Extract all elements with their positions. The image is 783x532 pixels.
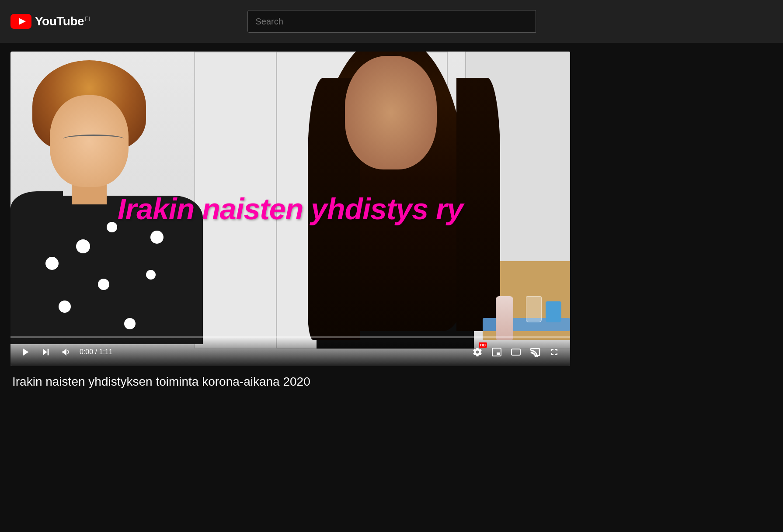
search-bar[interactable] bbox=[247, 10, 536, 33]
fullscreen-button[interactable] bbox=[547, 345, 561, 359]
logo-container[interactable]: YouTubeFI bbox=[10, 14, 90, 29]
settings-button[interactable]: HD bbox=[470, 345, 484, 359]
settings-icon bbox=[472, 347, 483, 357]
right-controls: HD bbox=[470, 345, 561, 359]
logo-text: YouTubeFI bbox=[35, 14, 90, 28]
theater-icon bbox=[511, 347, 521, 357]
svg-marker-2 bbox=[23, 349, 29, 356]
hd-badge-label: HD bbox=[479, 342, 487, 348]
play-icon bbox=[21, 347, 31, 357]
video-controls: 0:00 / 1:11 HD bbox=[10, 338, 570, 366]
theater-button[interactable] bbox=[509, 345, 523, 359]
next-icon bbox=[41, 347, 51, 357]
miniplayer-icon bbox=[491, 347, 502, 357]
video-overlay-text: Irakin naisten yhdistys ry bbox=[118, 192, 463, 226]
miniplayer-button[interactable] bbox=[490, 345, 504, 359]
next-button[interactable] bbox=[39, 345, 52, 359]
cast-icon bbox=[530, 347, 540, 357]
search-input[interactable] bbox=[256, 17, 528, 27]
bottle bbox=[496, 296, 513, 340]
svg-rect-8 bbox=[512, 349, 520, 355]
cup-blue bbox=[546, 301, 561, 322]
svg-rect-4 bbox=[48, 349, 49, 356]
video-frame: Irakin naisten yhdistys ry bbox=[10, 52, 570, 366]
video-player: Irakin naisten yhdistys ry bbox=[10, 52, 570, 366]
time-display: 0:00 / 1:11 bbox=[80, 348, 113, 356]
svg-marker-5 bbox=[63, 349, 66, 356]
main-content: Irakin naisten yhdistys ry bbox=[0, 43, 783, 389]
cast-button[interactable] bbox=[528, 345, 542, 359]
volume-icon bbox=[61, 347, 71, 357]
play-button[interactable] bbox=[19, 345, 32, 359]
header: YouTubeFI bbox=[0, 0, 783, 43]
video-title: Irakin naisten yhdistyksen toiminta koro… bbox=[10, 375, 773, 389]
shoulder-left bbox=[10, 191, 63, 226]
youtube-logo-icon bbox=[10, 14, 31, 29]
cup-glass bbox=[526, 296, 542, 322]
fullscreen-icon bbox=[549, 347, 560, 357]
progress-bar-container[interactable] bbox=[10, 336, 570, 338]
svg-marker-3 bbox=[43, 349, 47, 356]
svg-rect-7 bbox=[497, 352, 500, 355]
glasses-left bbox=[63, 135, 124, 143]
face-right bbox=[345, 56, 437, 169]
volume-button[interactable] bbox=[59, 345, 73, 359]
